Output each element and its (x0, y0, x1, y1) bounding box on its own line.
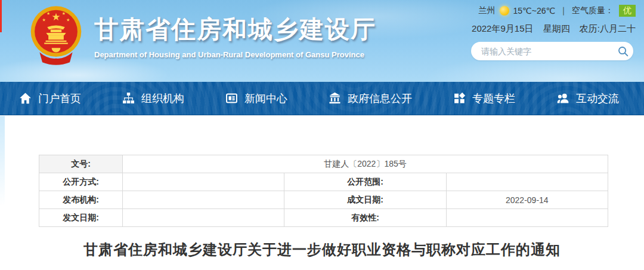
article-title: 甘肃省住房和城乡建设厅关于进一步做好职业资格与职称对应工作的通知 (24, 240, 620, 259)
doc-number-label: 文号: (39, 155, 123, 173)
grid-icon (453, 92, 466, 105)
page: 甘肃省住房和城乡建设厅 Department of Housing and Ur… (0, 0, 644, 270)
nav-label: 新闻中心 (244, 91, 287, 106)
search-box (471, 42, 633, 60)
date-text: 2022年9月15日 (472, 23, 533, 33)
nav-item-special-topics[interactable]: 专题专栏 (453, 91, 515, 106)
doc-number-value: 甘建人〔2022〕185号 (123, 155, 608, 173)
site-header: 甘肃省住房和城乡建设厅 Department of Housing and Ur… (0, 0, 644, 82)
weather-separator: ｜ (559, 5, 568, 16)
date-bar: 2022年9月15日 星期四 农历:八月二十 (472, 23, 636, 35)
nav-label: 政府信息公开 (348, 91, 412, 106)
nav-label: 门户首页 (38, 91, 81, 106)
table-row: 发布机构: 成文日期: 2022-09-14 (39, 191, 608, 209)
written-date-label: 成文日期: (284, 191, 446, 209)
news-icon (225, 92, 238, 105)
weather-temperature: 15℃~26℃ (513, 6, 556, 16)
header-top-info: 兰州 15℃~26℃ ｜ 空气质量： 优 2022年9月15日 星期四 农历:八… (472, 5, 636, 35)
table-row: 文号: 甘建人〔2022〕185号 (39, 155, 608, 173)
table-row: 公开方式: 公开范围: (39, 173, 608, 191)
publisher-label: 发布机构: (39, 191, 123, 209)
site-brand: 甘肃省住房和城乡建设厅 Department of Housing and Ur… (94, 13, 392, 59)
nav-item-news[interactable]: 新闻中心 (225, 91, 287, 106)
home-icon (19, 92, 32, 105)
validity-value (446, 209, 608, 227)
edge-red-strip (0, 0, 2, 32)
nav-label: 专题专栏 (472, 91, 515, 106)
org-chart-icon (122, 92, 135, 105)
document-meta-table: 文号: 甘建人〔2022〕185号 公开方式: 公开范围: 发布机构: 成文日期… (39, 155, 608, 227)
nav-item-interaction[interactable]: 互动交流 (556, 91, 619, 106)
search-icon (617, 45, 629, 57)
china-national-emblem-icon (29, 5, 83, 67)
nav-item-organization[interactable]: 组织机构 (122, 91, 184, 106)
air-quality-label: 空气质量： (572, 5, 614, 16)
weekday-text: 星期四 (543, 23, 570, 33)
air-quality-badge: 优 (619, 5, 636, 17)
nav-item-gov-info[interactable]: 政府信息公开 (329, 91, 412, 106)
nav-item-home[interactable]: 门户首页 (19, 91, 81, 106)
people-icon (556, 92, 569, 105)
validity-label: 有效性: (284, 209, 446, 227)
publisher-value (123, 191, 284, 209)
lunar-date-text: 农历:八月二十 (580, 23, 636, 33)
search-input[interactable] (471, 47, 613, 56)
written-date-value: 2022-09-14 (446, 191, 608, 209)
content-area: 文号: 甘建人〔2022〕185号 公开方式: 公开范围: 发布机构: 成文日期… (0, 116, 644, 270)
sun-icon (500, 6, 509, 16)
issue-date-value (123, 209, 284, 227)
left-edge-fade (0, 116, 5, 205)
table-row: 发文日期: 有效性: (39, 209, 608, 227)
search-button[interactable] (613, 42, 633, 60)
weather-city: 兰州 (479, 5, 496, 16)
nav-label: 组织机构 (141, 91, 184, 106)
open-scope-value (446, 173, 608, 191)
national-emblem-logo[interactable] (29, 5, 83, 67)
issue-date-label: 发文日期: (39, 209, 123, 227)
nav-label: 互动交流 (576, 91, 619, 106)
gov-building-icon (329, 92, 341, 105)
open-method-label: 公开方式: (39, 173, 123, 191)
open-scope-label: 公开范围: (284, 173, 446, 191)
site-subtitle-en: Department of Housing and Urban-Rural De… (94, 50, 392, 59)
main-nav: 门户首页 组织机构 新闻中心 (0, 82, 644, 115)
weather-bar: 兰州 15℃~26℃ ｜ 空气质量： 优 (472, 5, 636, 17)
site-title: 甘肃省住房和城乡建设厅 (94, 13, 392, 46)
open-method-value (123, 173, 284, 191)
